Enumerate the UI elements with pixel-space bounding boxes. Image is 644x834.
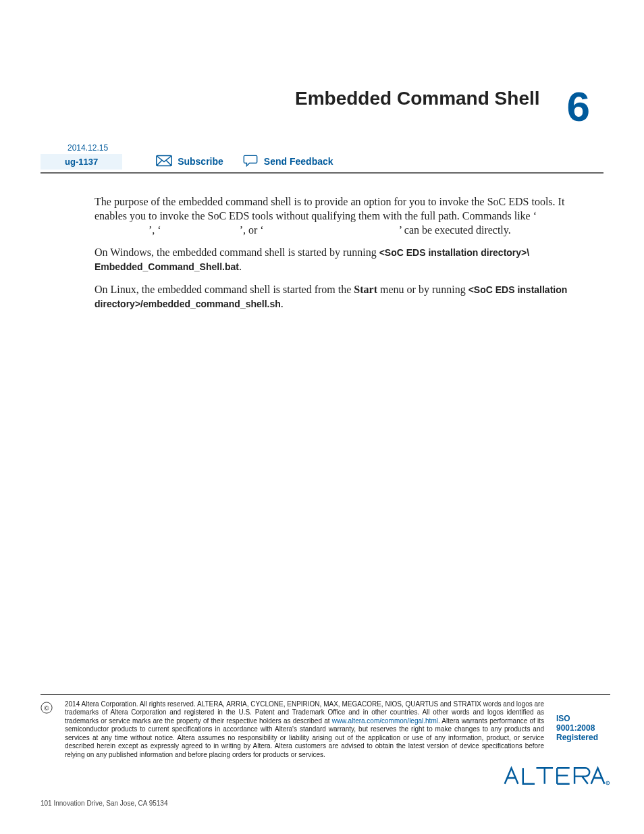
paragraph-1: The purpose of the embedded command shel… [95,194,583,237]
altera-logo: R [502,764,610,790]
page-title: Embedded Command Shell [295,88,540,109]
svg-text:©: © [44,704,49,711]
feedback-link[interactable]: Send Feedback [242,155,333,169]
subscribe-label: Subscribe [178,156,223,167]
chapter-number: 6 [567,88,590,126]
legal-link[interactable]: www.altera.com/common/legal.html [332,717,438,725]
copyright-icon: © [41,700,53,714]
paragraph-2: On Windows, the embedded command shell i… [95,245,583,273]
feedback-label: Send Feedback [264,156,333,167]
speech-bubble-icon [242,155,259,169]
doc-date: 2014.12.15 [68,143,603,153]
subscribe-link[interactable]: Subscribe [156,155,223,169]
iso-badge[interactable]: ISO 9001:2008 Registered [556,714,610,742]
paragraph-3: On Linux, the embedded command shell is … [95,282,583,311]
body-content: The purpose of the embedded command shel… [95,194,583,319]
doc-id[interactable]: ug-1137 [41,154,122,170]
footer-address: 101 Innovation Drive, San Jose, CA 95134 [41,800,610,807]
footer-copyright: 2014 Altera Corporation. All rights rese… [65,700,544,760]
footer-rule [41,694,610,695]
envelope-icon [156,155,172,169]
